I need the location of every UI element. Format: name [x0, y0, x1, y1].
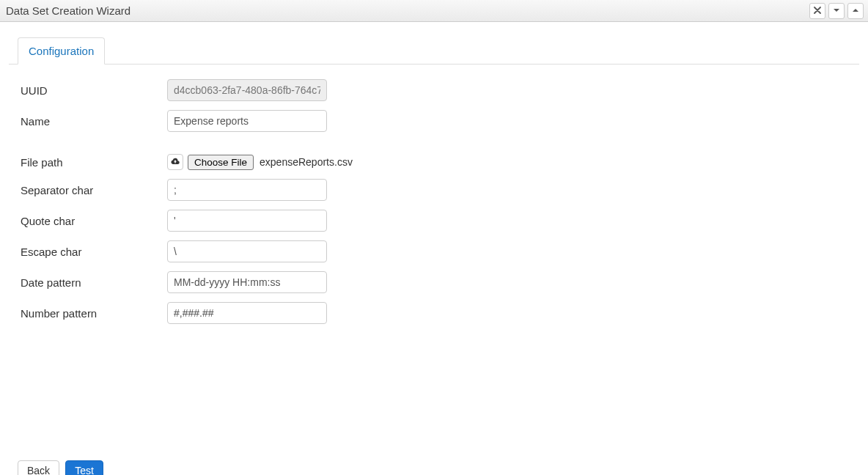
cloud-upload-icon: [170, 156, 180, 168]
caret-up-icon: [852, 6, 859, 16]
uuid-field: [167, 79, 327, 101]
titlebar: Data Set Creation Wizard: [0, 0, 868, 22]
row-date-pattern: Date pattern: [21, 271, 859, 293]
escape-field[interactable]: [167, 240, 327, 262]
name-field[interactable]: [167, 110, 327, 132]
number-pattern-label: Number pattern: [21, 307, 167, 320]
caret-down-icon: [833, 6, 840, 16]
back-button[interactable]: Back: [18, 460, 59, 475]
filepath-label: File path: [21, 156, 167, 169]
uuid-label: UUID: [21, 84, 167, 97]
escape-label: Escape char: [21, 246, 167, 258]
row-name: Name: [21, 110, 859, 132]
quote-label: Quote char: [21, 215, 167, 227]
row-number-pattern: Number pattern: [21, 302, 859, 324]
name-label: Name: [21, 115, 167, 128]
separator-label: Separator char: [21, 184, 167, 196]
number-pattern-field[interactable]: [167, 302, 327, 324]
test-button[interactable]: Test: [65, 460, 103, 475]
window-title: Data Set Creation Wizard: [6, 4, 806, 17]
date-pattern-field[interactable]: [167, 271, 327, 293]
config-form: UUID Name File path: [9, 79, 859, 324]
row-escape: Escape char: [21, 240, 859, 262]
quote-field[interactable]: [167, 210, 327, 232]
tabs: Configuration: [9, 37, 859, 65]
selected-file-name: expenseReports.csv: [260, 156, 353, 168]
tab-configuration[interactable]: Configuration: [18, 37, 105, 65]
window-collapse-button[interactable]: [847, 3, 864, 19]
panel-body: Configuration UUID Name File path: [0, 37, 868, 475]
upload-button[interactable]: [167, 154, 183, 170]
date-pattern-label: Date pattern: [21, 276, 167, 289]
separator-field[interactable]: [167, 179, 327, 201]
row-uuid: UUID: [21, 79, 859, 101]
row-filepath: File path Choose File expenseReports.csv: [21, 154, 859, 170]
wizard-footer: Back Test: [18, 460, 103, 475]
window-close-button[interactable]: [809, 3, 825, 19]
row-quote: Quote char: [21, 210, 859, 232]
window-menu-button[interactable]: [828, 3, 845, 19]
row-separator: Separator char: [21, 179, 859, 201]
choose-file-button[interactable]: Choose File: [188, 155, 254, 170]
close-icon: [814, 6, 821, 16]
